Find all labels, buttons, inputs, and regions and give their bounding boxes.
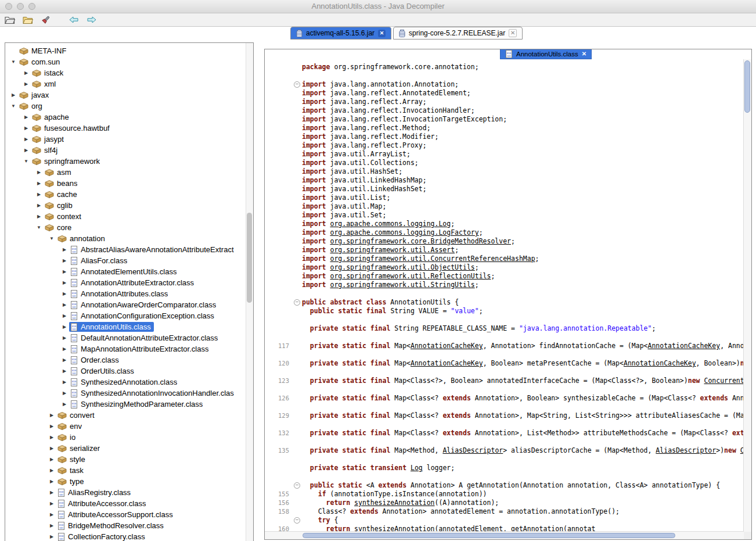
tree-item-body[interactable]: task (56, 465, 87, 475)
tree-item[interactable]: ▶env (5, 421, 246, 432)
tree-item[interactable]: ▶010101AliasFor.class (5, 255, 246, 266)
tree-item[interactable]: ▶convert (5, 410, 246, 421)
tree-item-body[interactable]: 010101AttributeAccessorSupport.class (56, 510, 176, 519)
tree-item-body[interactable]: org (18, 101, 45, 111)
tree-item[interactable]: ▶cache (5, 189, 246, 200)
tree-item-body[interactable]: 010101AliasFor.class (69, 256, 130, 266)
chevron-right-icon[interactable]: ▶ (9, 92, 18, 98)
chevron-right-icon[interactable]: ▶ (60, 313, 69, 318)
tree-item-body[interactable]: 010101AnnotationUtils.class (69, 322, 154, 332)
chevron-right-icon[interactable]: ▶ (47, 413, 56, 418)
chevron-right-icon[interactable]: ▶ (21, 70, 31, 76)
tree-item[interactable]: ▶fusesource.hawtbuf (5, 123, 246, 134)
tree-item[interactable]: ▶style (5, 454, 246, 465)
tree-item[interactable]: ▶serializer (5, 443, 246, 454)
chevron-right-icon[interactable]: ▶ (47, 424, 56, 429)
forward-button[interactable] (85, 15, 98, 25)
code-link[interactable]: synthesizeAnnotation (354, 499, 434, 507)
tree-item-body[interactable]: asm (44, 167, 74, 177)
close-icon[interactable]: ✕ (509, 29, 517, 37)
tree-item-body[interactable]: istack (31, 68, 66, 78)
chevron-right-icon[interactable]: ▶ (60, 335, 69, 341)
chevron-right-icon[interactable]: ▶ (47, 468, 56, 473)
tree-item-body[interactable]: fusesource.hawtbuf (31, 123, 113, 133)
code-link[interactable]: org.springframework.core.BridgeMethodRes… (330, 237, 511, 245)
search-button[interactable] (39, 15, 52, 25)
chevron-right-icon[interactable]: ▶ (60, 402, 69, 407)
tree-item-body[interactable]: springframework (31, 156, 103, 166)
tree-item[interactable]: ▼springframework (5, 156, 246, 167)
chevron-right-icon[interactable]: ▶ (34, 192, 44, 197)
chevron-right-icon[interactable]: ▶ (47, 523, 56, 528)
tab-activemq-jar[interactable]: activemq-all-5.15.6.jar ✕ (290, 27, 391, 40)
chevron-down-icon[interactable]: ▼ (21, 159, 31, 164)
chevron-down-icon[interactable]: ▼ (9, 103, 18, 109)
tree-item-body[interactable]: 010101AnnotationAwareOrderComparator.cla… (69, 300, 219, 310)
tree-scrollbar-thumb[interactable] (247, 213, 252, 303)
tree-item[interactable]: ▶010101AnnotationUtils.class (5, 321, 246, 332)
open-file-button[interactable] (3, 15, 16, 25)
chevron-right-icon[interactable]: ▶ (34, 214, 44, 219)
tree-item[interactable]: ▶jasypt (5, 134, 246, 145)
tree-item-body[interactable]: io (56, 432, 78, 442)
tree-item[interactable]: ▶010101SynthesizingMethodParameter.class (5, 399, 246, 410)
chevron-right-icon[interactable]: ▶ (47, 490, 56, 495)
minimize-window-button[interactable] (17, 3, 24, 10)
tree-item-body[interactable]: 010101Order.class (69, 355, 122, 365)
chevron-right-icon[interactable]: ▶ (47, 534, 56, 539)
tree-item[interactable]: ▶istack (5, 67, 246, 78)
chevron-down-icon[interactable]: ▼ (9, 59, 18, 65)
chevron-right-icon[interactable]: ▶ (34, 170, 44, 175)
tree-item-body[interactable]: env (56, 421, 85, 431)
chevron-right-icon[interactable]: ▶ (60, 247, 69, 252)
tree-item[interactable]: ▶010101AbstractAliasAwareAnnotationAttri… (5, 244, 246, 255)
tree-item-body[interactable]: serializer (56, 443, 103, 453)
tree-item[interactable]: ▶010101AnnotationAwareOrderComparator.cl… (5, 299, 246, 310)
chevron-right-icon[interactable]: ▶ (21, 126, 31, 131)
tree-item[interactable]: META-INF (5, 45, 246, 56)
chevron-right-icon[interactable]: ▶ (21, 137, 31, 142)
chevron-right-icon[interactable]: ▶ (60, 379, 69, 385)
chevron-right-icon[interactable]: ▶ (47, 501, 56, 506)
code-link[interactable]: AnnotationCacheKey (624, 359, 696, 367)
tree-item-body[interactable]: 010101AttributeAccessor.class (56, 499, 149, 508)
tree-item[interactable]: ▶apache (5, 112, 246, 123)
tree-item-body[interactable]: context (44, 212, 84, 221)
tree-item[interactable]: ▶io (5, 432, 246, 443)
tree-item-body[interactable]: 010101AnnotationAttributeExtractor.class (69, 278, 197, 288)
tree-item[interactable]: ▶010101AnnotationAttributeExtractor.clas… (5, 277, 246, 288)
tree-item-body[interactable]: 010101AnnotatedElementUtils.class (69, 267, 179, 277)
chevron-down-icon[interactable]: ▼ (47, 236, 56, 241)
tree-item[interactable]: ▶slf4j (5, 145, 246, 156)
collapse-icon[interactable] (294, 81, 300, 88)
code-horizontal-thumb[interactable] (303, 533, 675, 538)
code-link[interactable]: org.springframework.util.StringUtils (330, 281, 474, 289)
tree-item[interactable]: ▶010101CollectionFactory.class (5, 531, 246, 541)
code-link[interactable]: AnnotationCacheKey (411, 342, 483, 350)
tree-item[interactable]: ▶cglib (5, 200, 246, 211)
close-icon[interactable]: ✕ (582, 51, 586, 57)
tree-item-body[interactable]: 010101OrderUtils.class (69, 366, 137, 376)
chevron-right-icon[interactable]: ▶ (47, 457, 56, 462)
code-link[interactable]: org.apache.commons.logging.Log (330, 220, 451, 228)
tab-spring-core-jar[interactable]: spring-core-5.2.7.RELEASE.jar ✕ (393, 27, 523, 40)
tree-item-body[interactable]: com.sun (18, 57, 63, 67)
tree-item-body[interactable]: type (56, 476, 87, 486)
chevron-right-icon[interactable]: ▶ (34, 181, 44, 186)
chevron-right-icon[interactable]: ▶ (21, 81, 31, 87)
chevron-down-icon[interactable]: ▼ (34, 225, 44, 230)
tree-item-body[interactable]: 010101SynthesizingMethodParameter.class (69, 399, 206, 409)
tree-scrollbar[interactable] (246, 43, 253, 541)
tree-item[interactable]: ▶010101AttributeAccessor.class (5, 498, 246, 509)
chevron-right-icon[interactable]: ▶ (60, 280, 69, 285)
tree-item-body[interactable]: 010101AliasRegistry.class (56, 488, 134, 497)
code-link[interactable]: AnnotationCacheKey (648, 342, 721, 350)
open-folder-button[interactable] (21, 15, 34, 25)
code-link[interactable]: org.springframework.util.ReflectionUtils (330, 272, 491, 280)
code-horizontal-scrollbar[interactable] (265, 531, 744, 539)
tree-item[interactable]: ▶context (5, 211, 246, 222)
chevron-right-icon[interactable]: ▶ (60, 258, 69, 263)
tree-item[interactable]: ▶010101AttributeAccessorSupport.class (5, 509, 246, 520)
collapse-icon[interactable] (294, 517, 300, 524)
code-link[interactable]: Log (411, 464, 423, 472)
